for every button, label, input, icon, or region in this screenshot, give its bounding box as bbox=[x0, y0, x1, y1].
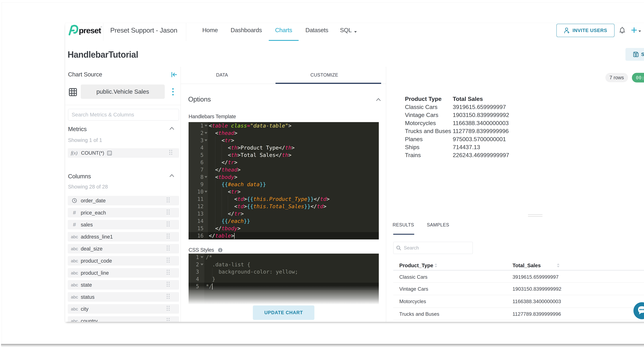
abc-icon: abc bbox=[70, 280, 79, 290]
pane-drag-handle[interactable] bbox=[528, 215, 542, 215]
preset-logo-mark[interactable] bbox=[68, 24, 78, 36]
results-header-total-sales[interactable]: Total_Sales bbox=[512, 263, 541, 268]
fold-arrow-icon[interactable] bbox=[204, 176, 207, 178]
line-number: 14 bbox=[188, 217, 204, 225]
metrics-search-input[interactable]: Search Metrics & Columns bbox=[68, 109, 179, 121]
code-line: {{/each}} bbox=[209, 217, 250, 225]
invite-users-button[interactable]: INVITE USERS bbox=[556, 24, 614, 37]
line-number: 3 bbox=[188, 137, 204, 144]
drag-handle[interactable] bbox=[167, 318, 170, 322]
column-name: product_code bbox=[81, 256, 112, 266]
tab-results[interactable]: RESULTS bbox=[392, 222, 414, 228]
top-navbar: preset ™ Preset Support - Jason HomeDash… bbox=[65, 23, 644, 41]
column-item-city[interactable]: abccity bbox=[68, 304, 179, 314]
preview-cell-product-type: Trucks and Buses bbox=[405, 128, 451, 134]
chat-bubble-icon bbox=[634, 302, 644, 319]
navbar-divider bbox=[186, 23, 186, 41]
drag-handle[interactable] bbox=[167, 210, 170, 215]
nav-item-dashboards[interactable]: Dashboards bbox=[230, 23, 262, 37]
tab-samples[interactable]: SAMPLES bbox=[427, 222, 449, 228]
column-item-order_date[interactable]: order_date bbox=[68, 196, 179, 205]
fold-arrow-icon[interactable] bbox=[204, 191, 207, 193]
text-cursor bbox=[234, 233, 234, 239]
workspace-name[interactable]: Preset Support - Jason bbox=[110, 23, 177, 37]
indent-guide bbox=[228, 195, 228, 217]
update-chart-button[interactable]: UPDATE CHART bbox=[253, 306, 314, 320]
column-item-deal_size[interactable]: abcdeal_size bbox=[68, 244, 179, 254]
code-line: </table> bbox=[209, 232, 234, 239]
preview-cell-total-sales: 714437.13 bbox=[453, 144, 480, 151]
metrics-heading: Metrics bbox=[68, 126, 87, 132]
preview-cell-product-type: Planes bbox=[405, 136, 423, 143]
save-button[interactable]: SAVE bbox=[626, 48, 644, 61]
drag-handle[interactable] bbox=[167, 258, 170, 263]
sort-icon[interactable] bbox=[556, 263, 560, 268]
metric-item[interactable]: f(x) COUNT(*) bbox=[68, 148, 179, 158]
tab-customize[interactable]: CUSTOMIZE bbox=[310, 72, 338, 78]
column-name: address_line1 bbox=[81, 232, 113, 242]
preview-cell-product-type: Motorcycles bbox=[405, 120, 436, 126]
plus-caret-icon bbox=[638, 30, 641, 33]
nav-item-datasets[interactable]: Datasets bbox=[306, 23, 328, 37]
drag-handle[interactable] bbox=[167, 222, 170, 226]
column-item-country[interactable]: abccountry bbox=[68, 316, 179, 322]
metrics-collapse-icon[interactable] bbox=[170, 127, 174, 130]
fold-arrow-icon[interactable] bbox=[200, 264, 204, 265]
column-item-sales[interactable]: #sales bbox=[68, 220, 179, 229]
collapse-panel-icon[interactable] bbox=[171, 72, 177, 78]
code-line: /* bbox=[206, 254, 212, 261]
drag-handle[interactable] bbox=[167, 234, 170, 239]
fold-arrow-icon[interactable] bbox=[204, 139, 207, 141]
preview-cell-total-sales: 226243.46999999997 bbox=[453, 152, 509, 159]
drag-handle[interactable] bbox=[167, 246, 170, 251]
chart-source-heading: Chart Source bbox=[68, 71, 102, 78]
drag-handle[interactable] bbox=[167, 294, 170, 299]
column-item-product_code[interactable]: abcproduct_code bbox=[68, 256, 179, 266]
save-disk-icon bbox=[633, 51, 639, 57]
code-line: </thead> bbox=[209, 166, 240, 173]
results-header-underline bbox=[393, 270, 644, 271]
nav-item-charts[interactable]: Charts bbox=[275, 23, 292, 37]
handlebars-code-editor[interactable]: 1<table class="data-table">2 <thead>3 <t… bbox=[188, 122, 379, 239]
code-line: <td>{{this.Product_Type}}</td> bbox=[209, 195, 330, 203]
column-item-status[interactable]: abcstatus bbox=[68, 292, 179, 302]
preview-header-product-type: Product Type bbox=[405, 96, 442, 102]
plus-icon[interactable] bbox=[632, 27, 637, 33]
fold-arrow-icon[interactable] bbox=[204, 125, 207, 127]
line-number: 13 bbox=[188, 210, 204, 217]
drag-handle[interactable] bbox=[167, 198, 170, 202]
abc-icon: abc bbox=[70, 268, 79, 278]
pane-drag-handle[interactable] bbox=[528, 216, 542, 217]
bell-icon[interactable] bbox=[620, 27, 625, 34]
drag-handle[interactable] bbox=[167, 270, 170, 275]
results-header-product-type[interactable]: Product_Type bbox=[399, 263, 433, 268]
columns-collapse-icon[interactable] bbox=[170, 174, 174, 178]
options-collapse-icon[interactable] bbox=[376, 98, 381, 101]
fold-arrow-icon[interactable] bbox=[204, 132, 207, 134]
preset-logo-text[interactable]: preset bbox=[79, 26, 101, 35]
code-line: <tbody> bbox=[209, 173, 238, 181]
dataset-name[interactable]: public.Vehicle Sales bbox=[81, 84, 165, 99]
chat-button[interactable] bbox=[634, 302, 644, 319]
tab-data[interactable]: DATA bbox=[216, 72, 228, 78]
drag-handle[interactable] bbox=[167, 306, 170, 311]
drag-handle[interactable] bbox=[167, 282, 170, 287]
chart-title[interactable]: HandlebarTutorial bbox=[68, 49, 138, 60]
code-line: .data-list { bbox=[206, 261, 250, 268]
column-item-state[interactable]: abcstate bbox=[68, 280, 179, 290]
nav-item-home[interactable]: Home bbox=[202, 23, 218, 37]
fold-arrow-icon[interactable] bbox=[200, 256, 204, 258]
results-search-placeholder: Search bbox=[404, 245, 419, 251]
divider bbox=[65, 105, 180, 105]
drag-handle[interactable] bbox=[169, 150, 172, 155]
column-item-product_line[interactable]: abcproduct_line bbox=[68, 268, 179, 278]
results-search-input[interactable]: Search bbox=[393, 242, 473, 254]
column-item-price_each[interactable]: #price_each bbox=[68, 208, 179, 217]
editor-fade-overlay bbox=[188, 286, 379, 309]
options-heading[interactable]: Options bbox=[188, 95, 211, 103]
sort-icon[interactable] bbox=[434, 263, 438, 268]
dataset-menu-icon[interactable] bbox=[172, 88, 174, 97]
metric-label: COUNT(*) bbox=[81, 148, 104, 158]
nav-item-sql[interactable]: SQL bbox=[340, 23, 352, 37]
column-item-address_line1[interactable]: abcaddress_line1 bbox=[68, 232, 179, 242]
